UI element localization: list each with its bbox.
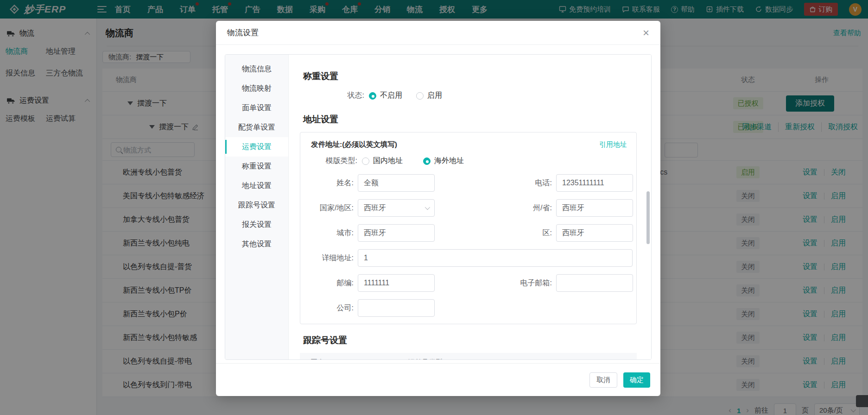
tracking-settings-heading: 跟踪号设置 — [303, 334, 651, 346]
status-label: 状态: — [289, 91, 364, 101]
modal-footer: 取消 确定 — [216, 363, 660, 396]
radio-checked-icon — [423, 157, 431, 165]
name-field[interactable] — [358, 174, 435, 192]
radio-checked-icon — [369, 92, 376, 100]
quote-address-link[interactable]: 引用地址 — [599, 140, 627, 149]
modal-body: 物流信息 物流映射 面单设置 配货单设置 运费设置 称重设置 地址设置 跟踪号设… — [225, 54, 652, 360]
confirm-button[interactable]: 确定 — [623, 372, 650, 388]
modal-nav-picking-list-settings[interactable]: 配货单设置 — [225, 118, 288, 137]
modal-nav-weighing-settings[interactable]: 称重设置 — [225, 157, 288, 176]
phone-label: 电话: — [501, 178, 552, 188]
modal-nav-tracking-settings[interactable]: 跟踪号设置 — [225, 195, 288, 215]
sender-address-box: 发件地址:(必须以英文填写) 引用地址 模版类型: 国内地址 海外地址 姓名: — [300, 132, 637, 324]
state-field[interactable] — [556, 199, 633, 217]
radio-enable[interactable]: 启用 — [416, 91, 442, 101]
zip-label: 邮编: — [300, 278, 354, 288]
modal-title: 物流设置 — [227, 27, 259, 38]
detail-address-label: 详细地址: — [300, 253, 354, 263]
platform-column-header: 平台 — [300, 358, 408, 360]
radio-unchecked-icon — [362, 157, 369, 165]
close-icon[interactable]: × — [643, 27, 649, 38]
modal-nav-other-settings[interactable]: 其他设置 — [225, 234, 288, 254]
waybill-type-column-header: 运单号类型 — [408, 358, 443, 360]
country-select[interactable]: 西班牙 — [358, 199, 435, 217]
modal-content: 称重设置 状态: 不启用 启用 地址设置 发件地址:(必须以英文填写) 引用地址… — [289, 55, 651, 359]
modal-scrollbar-thumb[interactable] — [646, 191, 650, 244]
modal-nav-customs-settings[interactable]: 报关设置 — [225, 215, 288, 234]
tracking-table: 平台 运单号类型 — [300, 353, 637, 360]
chevron-down-icon — [425, 205, 430, 210]
zip-field[interactable] — [358, 274, 435, 292]
state-label: 州/省: — [501, 203, 552, 213]
radio-overseas-address[interactable]: 海外地址 — [423, 156, 464, 166]
radio-domestic-address[interactable]: 国内地址 — [362, 156, 403, 166]
company-field[interactable] — [358, 299, 435, 317]
modal-nav-logistics-mapping[interactable]: 物流映射 — [225, 79, 288, 98]
company-label: 公司: — [300, 303, 354, 313]
modal-nav-logistics-info[interactable]: 物流信息 — [225, 59, 288, 79]
phone-field[interactable] — [556, 174, 633, 192]
modal-header: 物流设置 × — [216, 21, 660, 45]
city-label: 城市: — [300, 228, 354, 238]
weighing-settings-heading: 称重设置 — [303, 70, 651, 82]
modal-nav-label-settings[interactable]: 面单设置 — [225, 98, 288, 118]
address-settings-heading: 地址设置 — [303, 113, 651, 126]
sender-address-title: 发件地址:(必须以英文填写) — [311, 140, 397, 150]
country-label: 国家/地区: — [300, 203, 354, 213]
name-label: 姓名: — [300, 178, 354, 188]
cancel-button[interactable]: 取消 — [589, 372, 617, 388]
modal-nav-address-settings[interactable]: 地址设置 — [225, 176, 288, 195]
city-field[interactable] — [358, 224, 435, 242]
weighing-status-row: 状态: 不启用 启用 — [289, 91, 651, 101]
email-field[interactable] — [556, 274, 633, 292]
district-field[interactable] — [556, 224, 633, 242]
country-value: 西班牙 — [364, 203, 386, 213]
modal-nav-shipping-fee-settings[interactable]: 运费设置 — [225, 137, 288, 157]
template-type-row: 模版类型: 国内地址 海外地址 — [300, 156, 636, 166]
template-type-label: 模版类型: — [300, 156, 357, 166]
logistics-settings-modal: 物流设置 × 物流信息 物流映射 面单设置 配货单设置 运费设置 称重设置 地址… — [216, 21, 660, 396]
detail-address-field[interactable] — [358, 249, 633, 267]
radio-unchecked-icon — [416, 92, 424, 100]
modal-nav: 物流信息 物流映射 面单设置 配货单设置 运费设置 称重设置 地址设置 跟踪号设… — [225, 55, 289, 359]
email-label: 电子邮箱: — [501, 278, 552, 288]
radio-disable[interactable]: 不启用 — [369, 91, 402, 101]
district-label: 区: — [501, 228, 552, 238]
